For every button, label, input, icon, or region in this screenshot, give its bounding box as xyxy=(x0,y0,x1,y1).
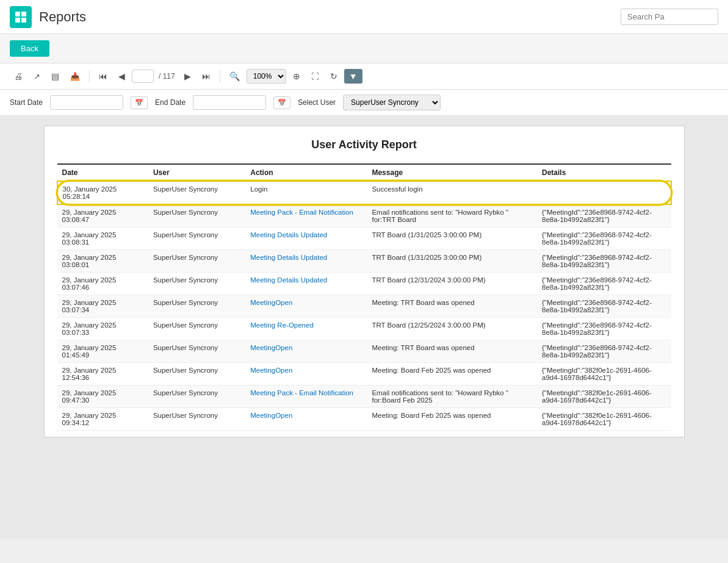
next-page-icon: ▶ xyxy=(184,71,191,81)
toolbar: 🖨 ↗ ▤ 📥 ⏮ ◀ 1 / 117 ▶ ⏭ 🔍 100% 50% 75% 1… xyxy=(0,63,728,90)
filter-icon: ▼ xyxy=(349,71,358,81)
start-date-input[interactable]: 1/1/2025 xyxy=(50,95,123,110)
report-title: User Activity Report xyxy=(57,138,672,151)
separator-2 xyxy=(220,70,220,82)
cell-user: SuperUser Syncrony xyxy=(148,228,245,250)
cell-date: 29, January 202503:07:34 xyxy=(57,295,148,318)
end-date-input[interactable]: 1/31/2025 xyxy=(193,95,266,110)
cell-date: 29, January 202509:47:30 xyxy=(57,385,148,408)
zoom-in-icon: ⊕ xyxy=(293,71,300,81)
print-button[interactable]: 🖨 xyxy=(10,68,27,84)
filter-bar: Start Date 1/1/2025 📅 End Date 1/31/2025… xyxy=(0,90,728,116)
zoom-out-icon: 🔍 xyxy=(229,71,240,81)
cell-date: 29, January 202503:07:46 xyxy=(57,273,148,295)
app-header: Reports xyxy=(0,0,728,34)
first-page-button[interactable]: ⏮ xyxy=(95,68,112,84)
fit-page-icon: ⛶ xyxy=(311,72,319,81)
table-row: 29, January 202503:07:46 SuperUser Syncr… xyxy=(57,273,671,295)
cell-action: Meeting Pack - Email Notification xyxy=(245,385,367,408)
cell-details: {"MeetingId":"382f0e1c-2691-4606-a9d4-16… xyxy=(537,408,671,431)
cell-details: {"MeetingId":"236e8968-9742-4cf2-8e8a-1b… xyxy=(537,340,671,363)
cell-action: Login xyxy=(245,181,367,204)
table-row: 30, January 202505:28:14 SuperUser Syncr… xyxy=(57,181,671,204)
col-header-details: Details xyxy=(537,164,671,181)
fit-page-button[interactable]: ⛶ xyxy=(307,69,323,84)
sidebar-toggle-button[interactable]: ▤ xyxy=(47,68,63,84)
cell-message: Meeting: TRT Board was opened xyxy=(367,340,537,363)
end-date-label: End Date xyxy=(155,98,186,107)
start-date-calendar-button[interactable]: 📅 xyxy=(131,96,148,109)
cell-details: {"MeetingId":"382f0e1c-2691-4606-a9d4-16… xyxy=(537,363,671,385)
cell-user: SuperUser Syncrony xyxy=(148,408,245,431)
table-row: 29, January 202509:47:30 SuperUser Syncr… xyxy=(57,385,671,408)
report-table: Date User Action Message Details 30, Jan… xyxy=(57,163,672,431)
zoom-in-button[interactable]: ⊕ xyxy=(289,68,305,84)
cell-action: Meeting Details Updated xyxy=(245,250,367,273)
cell-date: 29, January 202503:07:33 xyxy=(57,318,148,340)
cell-details: {"MeetingId":"382f0e1c-2691-4606-a9d4-16… xyxy=(537,385,671,408)
save-button[interactable]: 📥 xyxy=(66,69,84,84)
cell-date: 30, January 202505:28:14 xyxy=(57,181,148,204)
next-page-button[interactable]: ▶ xyxy=(180,68,195,84)
report-container: User Activity Report Date User Action Me… xyxy=(44,126,685,437)
prev-page-button[interactable]: ◀ xyxy=(114,68,129,84)
table-row: 29, January 202509:34:12 SuperUser Syncr… xyxy=(57,408,671,431)
report-area: User Activity Report Date User Action Me… xyxy=(0,116,728,539)
back-bar: Back xyxy=(0,34,728,63)
cell-user: SuperUser Syncrony xyxy=(148,295,245,318)
save-icon: 📥 xyxy=(70,72,80,81)
cell-details: {"MeetingId":"236e8968-9742-4cf2-8e8a-1b… xyxy=(537,273,671,295)
filter-button[interactable]: ▼ xyxy=(344,69,362,84)
last-page-button[interactable]: ⏭ xyxy=(198,68,215,84)
table-row: 29, January 202503:08:01 SuperUser Syncr… xyxy=(57,250,671,273)
sidebar-icon: ▤ xyxy=(51,71,59,81)
table-header-row: Date User Action Message Details xyxy=(57,164,671,181)
cell-date: 29, January 202503:08:31 xyxy=(57,228,148,250)
table-row: 29, January 202501:45:49 SuperUser Syncr… xyxy=(57,340,671,363)
page-number-input[interactable]: 1 xyxy=(132,70,154,83)
cell-date: 29, January 202512:54:36 xyxy=(57,363,148,385)
col-header-action: Action xyxy=(245,164,367,181)
user-select[interactable]: SuperUser Syncrony xyxy=(343,95,441,110)
cell-action: MeetingOpen xyxy=(245,363,367,385)
zoom-out-button[interactable]: 🔍 xyxy=(225,68,244,84)
zoom-select[interactable]: 100% 50% 75% 125% 150% 200% xyxy=(247,69,286,84)
cell-message: TRT Board (1/31/2025 3:00:00 PM) xyxy=(367,228,537,250)
cell-date: 29, January 202503:08:47 xyxy=(57,204,148,228)
table-row: 29, January 202503:07:33 SuperUser Syncr… xyxy=(57,318,671,340)
cell-details: {"MeetingId":"236e8968-9742-4cf2-8e8a-1b… xyxy=(537,204,671,228)
refresh-icon: ↻ xyxy=(330,71,337,81)
first-page-icon: ⏮ xyxy=(99,71,107,81)
cell-details xyxy=(537,181,671,204)
cell-details: {"MeetingId":"236e8968-9742-4cf2-8e8a-1b… xyxy=(537,228,671,250)
end-date-calendar-button[interactable]: 📅 xyxy=(273,96,290,109)
cell-action: MeetingOpen xyxy=(245,408,367,431)
refresh-button[interactable]: ↻ xyxy=(326,68,342,84)
cell-user: SuperUser Syncrony xyxy=(148,181,245,204)
cell-message: TRT Board (1/31/2025 3:00:00 PM) xyxy=(367,250,537,273)
print-icon: 🖨 xyxy=(14,71,23,81)
cell-message: Meeting: Board Feb 2025 was opened xyxy=(367,408,537,431)
col-header-date: Date xyxy=(57,164,148,181)
search-input[interactable] xyxy=(621,9,718,25)
cell-date: 29, January 202501:45:49 xyxy=(57,340,148,363)
app-logo xyxy=(10,6,32,28)
col-header-user: User xyxy=(148,164,245,181)
cell-message: TRT Board (12/25/2024 3:00:00 PM) xyxy=(367,318,537,340)
cell-action: Meeting Details Updated xyxy=(245,273,367,295)
export-icon: ↗ xyxy=(34,72,40,81)
back-button[interactable]: Back xyxy=(10,40,49,57)
prev-page-icon: ◀ xyxy=(118,71,125,81)
cell-message: Email notifications sent to: "Howard Ryb… xyxy=(367,385,537,408)
cell-date: 29, January 202509:34:12 xyxy=(57,408,148,431)
last-page-icon: ⏭ xyxy=(202,71,211,81)
cell-user: SuperUser Syncrony xyxy=(148,363,245,385)
calendar-icon-end: 📅 xyxy=(278,99,286,106)
cell-action: MeetingOpen xyxy=(245,295,367,318)
table-row: 29, January 202503:08:31 SuperUser Syncr… xyxy=(57,228,671,250)
cell-details: {"MeetingId":"236e8968-9742-4cf2-8e8a-1b… xyxy=(537,295,671,318)
export-button[interactable]: ↗ xyxy=(29,69,45,84)
cell-date: 29, January 202503:08:01 xyxy=(57,250,148,273)
cell-user: SuperUser Syncrony xyxy=(148,385,245,408)
page-title: Reports xyxy=(39,9,621,25)
